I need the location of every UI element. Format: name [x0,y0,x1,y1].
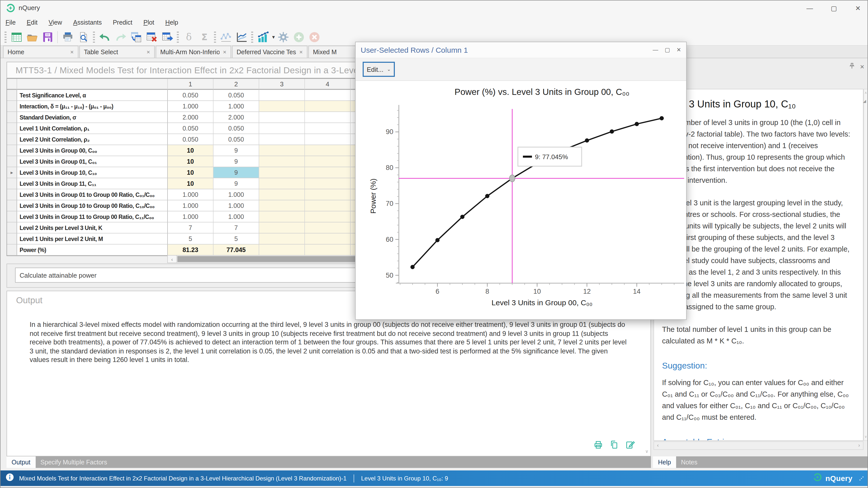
value-cell[interactable]: 0.050 [214,90,259,101]
empty-cell[interactable] [305,245,351,256]
scroll-down-icon[interactable]: ∨ [864,435,868,439]
value-cell[interactable]: 1.000 [168,189,214,200]
empty-cell[interactable] [305,212,351,222]
row-label[interactable]: Level 2 Units per Level 3 Unit, K [17,222,168,233]
value-cell[interactable]: 1.000 [214,101,259,112]
empty-cell[interactable] [305,134,351,145]
value-cell[interactable]: 5 [168,233,214,245]
help-resize-triangle-icon[interactable]: ◢ [863,99,866,103]
row-marker[interactable] [7,90,17,101]
empty-cell[interactable] [259,112,305,123]
tab-specify-multiple-factors[interactable]: Specify Multiple Factors [35,456,112,468]
tab-multi-arm-non-inferio[interactable]: Multi-Arm Non-Inferio✕ [156,46,231,58]
scatter-plot-icon[interactable] [219,30,232,44]
tab-deferred-vaccine-tests[interactable]: Deferred Vaccine Tests✕ [232,46,307,58]
value-cell[interactable]: 9 [214,156,259,167]
empty-cell[interactable] [305,156,351,167]
empty-cell[interactable] [305,101,351,112]
undo-icon[interactable] [98,30,112,44]
print-icon[interactable] [61,30,74,44]
save-icon[interactable] [41,30,54,44]
value-cell[interactable]: 1.000 [168,200,214,212]
column-header[interactable]: 4 [305,79,351,90]
value-cell[interactable]: 5 [214,233,259,245]
value-cell[interactable]: 81.23 [168,245,214,256]
tab-home[interactable]: Home✕ [3,46,79,58]
column-header[interactable]: 1 [168,79,214,90]
menu-assistants[interactable]: Assistants [73,19,102,26]
row-marker[interactable] [7,145,17,156]
chart-dropdown-caret-icon[interactable]: ▼ [271,35,276,40]
menu-edit[interactable]: Edit [27,19,37,26]
dialog-close-icon[interactable]: ✕ [677,47,681,53]
empty-cell[interactable] [259,222,305,233]
row-marker[interactable] [7,212,17,222]
row-marker[interactable] [7,245,17,256]
redo-icon[interactable] [114,30,127,44]
menu-file[interactable]: File [5,19,16,26]
dialog-minimize-icon[interactable]: — [653,47,658,53]
export-table-icon[interactable] [160,30,174,44]
pin-icon[interactable] [849,62,855,71]
tab-close-icon[interactable]: ✕ [223,50,226,55]
close-button[interactable]: ✕ [851,2,865,14]
value-cell[interactable]: 0.050 [168,123,214,134]
settings-gear-icon[interactable] [277,30,290,44]
row-label[interactable]: Level 3 Units in Group 11, C₁₁ [17,178,168,189]
scroll-right-icon[interactable]: › [858,442,860,448]
row-label[interactable]: Level 3 Units in Group 00, C₀₀ [17,145,168,156]
print-output-icon[interactable] [593,440,603,452]
row-marker[interactable] [7,156,17,167]
menu-plot[interactable]: Plot [144,19,154,26]
delete-table-icon[interactable] [145,30,158,44]
edit-output-icon[interactable] [625,440,636,452]
scroll-left-icon[interactable]: ‹ [168,256,177,263]
open-folder-icon[interactable] [25,30,39,44]
value-cell[interactable]: 7 [214,222,259,233]
value-cell[interactable]: 0.050 [214,123,259,134]
empty-cell[interactable] [305,200,351,212]
row-marker[interactable]: ▸ [7,167,17,178]
value-cell[interactable]: 9 [214,145,259,156]
row-label[interactable]: Test Significance Level, α [17,90,168,101]
value-cell[interactable]: 1.000 [214,200,259,212]
tab-help[interactable]: Help [653,456,676,468]
value-cell[interactable]: 10 [168,145,214,156]
empty-cell[interactable] [305,123,351,134]
menu-predict[interactable]: Predict [113,19,132,26]
empty-cell[interactable] [259,145,305,156]
row-label[interactable]: Level 3 Units in Group 10 to Group 00 Ra… [17,200,168,212]
remove-circle-icon[interactable] [308,30,321,44]
tab-close-icon[interactable]: ✕ [70,50,74,55]
empty-cell[interactable] [259,101,305,112]
maximize-button[interactable]: ▢ [827,2,840,14]
value-cell[interactable]: 10 [168,167,214,178]
dialog-title-bar[interactable]: User-Selected Rows / Column 1 — ▢ ✕ [355,42,686,58]
row-marker[interactable] [7,189,17,200]
help-vertical-scrollbar[interactable]: ∧ ∨ [864,89,868,441]
row-marker[interactable] [7,200,17,212]
row-label[interactable]: Standard Deviation, σ [17,112,168,123]
help-close-icon[interactable]: ✕ [860,64,865,70]
empty-cell[interactable] [259,233,305,245]
sigma-icon[interactable]: Σ [197,30,211,44]
tab-notes[interactable]: Notes [676,456,702,468]
value-cell[interactable]: 0.050 [168,134,214,145]
empty-cell[interactable] [305,233,351,245]
row-label[interactable]: Level 1 Unit Correlation, ρ₁ [17,123,168,134]
value-cell[interactable]: 9 [214,178,259,189]
line-plot-icon[interactable] [235,30,248,44]
value-cell[interactable]: 10 [168,178,214,189]
empty-cell[interactable] [259,123,305,134]
print-preview-icon[interactable] [76,30,90,44]
edit-dropdown-button[interactable]: Edit...⌄ [363,62,395,77]
empty-cell[interactable] [259,178,305,189]
copy-table-icon[interactable] [129,30,143,44]
tab-output[interactable]: Output [6,456,35,468]
copy-output-icon[interactable] [609,440,619,452]
row-label[interactable]: Level 3 Units in Group 11 to Group 00 Ra… [17,212,168,222]
scroll-up-icon[interactable]: ∧ [864,91,868,95]
value-cell[interactable]: 1.000 [214,212,259,222]
menu-help[interactable]: Help [165,19,178,26]
tab-close-icon[interactable]: ✕ [147,50,150,55]
